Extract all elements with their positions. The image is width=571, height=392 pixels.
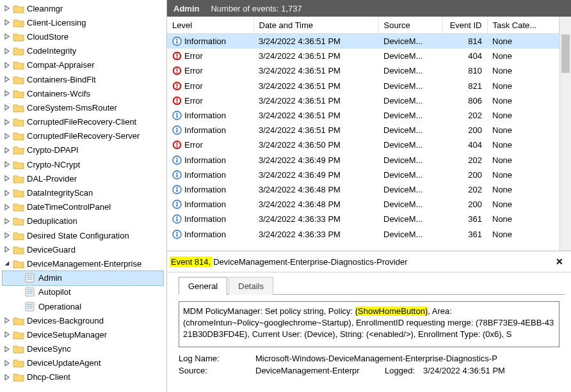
- chevron-right-icon[interactable]: [3, 359, 12, 368]
- tree-item-label: DeviceSync: [27, 344, 71, 354]
- tree-item[interactable]: Containers-Wcifs: [3, 86, 166, 100]
- tree-item[interactable]: CodeIntegrity: [3, 44, 166, 58]
- chevron-right-icon[interactable]: [3, 330, 12, 339]
- event-grid[interactable]: Level Date and Time Source Event ID Task…: [167, 17, 559, 251]
- tree-item[interactable]: DateTimeControlPanel: [3, 200, 166, 214]
- tab-details[interactable]: Details: [229, 277, 273, 295]
- event-row[interactable]: Information3/24/2022 4:36:33 PMDeviceM..…: [167, 226, 559, 241]
- chevron-right-icon[interactable]: [3, 345, 12, 354]
- event-task: None: [487, 108, 559, 123]
- event-level: Error: [184, 140, 203, 150]
- chevron-right-icon[interactable]: [3, 316, 12, 325]
- tree-item[interactable]: Desired State Configuration: [3, 228, 166, 242]
- tab-general[interactable]: General: [179, 277, 227, 295]
- tree-item[interactable]: DeviceSync: [3, 342, 166, 356]
- chevron-right-icon[interactable]: [3, 174, 12, 183]
- tree-item[interactable]: Containers-BindFlt: [3, 72, 166, 86]
- chevron-right-icon[interactable]: [3, 373, 12, 382]
- tree-item[interactable]: Client-Licensing: [3, 15, 166, 29]
- folder-icon: [13, 74, 24, 84]
- info-icon: [172, 170, 182, 180]
- chevron-right-icon[interactable]: [3, 217, 12, 226]
- tree-item[interactable]: Compat-Appraiser: [3, 58, 166, 72]
- chevron-right-icon[interactable]: [3, 245, 12, 254]
- folder-icon: [13, 344, 24, 354]
- folder-icon: [13, 31, 24, 42]
- tree-item[interactable]: DataIntegrityScan: [3, 185, 166, 200]
- tree-item[interactable]: Devices-Background: [3, 313, 166, 327]
- tree-item[interactable]: CoreSystem-SmsRouter: [3, 100, 166, 114]
- event-row[interactable]: Information3/24/2022 4:36:51 PMDeviceM..…: [167, 34, 559, 49]
- info-icon: [172, 230, 182, 239]
- col-source[interactable]: Source: [378, 17, 442, 34]
- event-date: 3/24/2022 4:36:51 PM: [253, 49, 378, 63]
- event-row[interactable]: Error3/24/2022 4:36:50 PMDeviceM...404No…: [167, 137, 559, 152]
- event-row[interactable]: Error3/24/2022 4:36:51 PMDeviceM...806No…: [167, 93, 559, 108]
- tree-item[interactable]: Admin: [2, 270, 164, 286]
- tree-item[interactable]: CorruptedFileRecovery-Server: [3, 129, 166, 143]
- col-task[interactable]: Task Cate...: [487, 17, 559, 34]
- event-row[interactable]: Information3/24/2022 4:36:49 PMDeviceM..…: [167, 168, 559, 182]
- scrollbar-thumb[interactable]: [561, 35, 570, 73]
- chevron-right-icon[interactable]: [3, 231, 12, 240]
- chevron-right-icon[interactable]: [3, 75, 12, 84]
- tree-item[interactable]: CloudStore: [3, 29, 166, 43]
- grid-header-row[interactable]: Level Date and Time Source Event ID Task…: [167, 17, 559, 34]
- tree-item-label: Devices-Background: [27, 316, 104, 325]
- chevron-right-icon[interactable]: [3, 132, 12, 141]
- log-tree[interactable]: CleanmgrClient-LicensingCloudStoreCodeIn…: [0, 0, 167, 392]
- event-task: None: [487, 137, 559, 152]
- event-source: DeviceM...: [378, 226, 442, 241]
- chevron-right-icon[interactable]: [3, 89, 12, 98]
- event-row[interactable]: Error3/24/2022 4:36:51 PMDeviceM...821No…: [167, 79, 559, 93]
- chevron-right-icon[interactable]: [3, 61, 12, 70]
- chevron-right-icon[interactable]: [3, 32, 12, 41]
- event-row[interactable]: Error3/24/2022 4:36:51 PMDeviceM...810No…: [167, 63, 559, 78]
- folder-icon: [13, 159, 24, 169]
- tree-item[interactable]: DeviceSetupManager: [3, 327, 166, 341]
- chevron-right-icon[interactable]: [3, 160, 12, 169]
- chevron-right-icon[interactable]: [3, 47, 12, 56]
- tree-item[interactable]: DeviceManagement-Enterprise: [3, 256, 166, 270]
- col-eventid[interactable]: Event ID: [442, 17, 487, 34]
- tree-item[interactable]: DeviceUpdateAgent: [3, 356, 166, 370]
- chevron-right-icon[interactable]: [3, 4, 12, 13]
- grid-scrollbar[interactable]: [559, 17, 571, 251]
- event-level: Information: [184, 111, 226, 120]
- chevron-right-icon[interactable]: [3, 203, 12, 212]
- event-row[interactable]: Information3/24/2022 4:36:49 PMDeviceM..…: [167, 153, 559, 168]
- event-task: None: [487, 123, 559, 137]
- event-task: None: [487, 63, 559, 78]
- chevron-right-icon[interactable]: [3, 18, 12, 27]
- event-row[interactable]: Information3/24/2022 4:36:33 PMDeviceM..…: [167, 212, 559, 226]
- tree-item[interactable]: DAL-Provider: [3, 171, 166, 185]
- event-task: None: [487, 226, 559, 241]
- chevron-down-icon[interactable]: [3, 259, 12, 268]
- tree-item[interactable]: CorruptedFileRecovery-Client: [3, 115, 166, 129]
- event-row[interactable]: Information3/24/2022 4:36:51 PMDeviceM..…: [167, 108, 559, 123]
- tree-item[interactable]: Autopilot: [3, 285, 166, 299]
- tree-item[interactable]: Deduplication: [3, 214, 166, 228]
- folder-icon: [13, 3, 24, 13]
- tree-spacer: [14, 274, 23, 283]
- tree-item-label: DeviceUpdateAgent: [27, 358, 101, 368]
- tree-item[interactable]: Crypto-NCrypt: [3, 157, 166, 171]
- close-icon[interactable]: ✕: [553, 256, 566, 267]
- chevron-right-icon[interactable]: [3, 103, 12, 112]
- col-level[interactable]: Level: [167, 17, 253, 34]
- tree-item[interactable]: Dhcp-Client: [3, 370, 166, 384]
- tree-item[interactable]: DeviceGuard: [3, 242, 166, 256]
- chevron-right-icon[interactable]: [3, 118, 12, 127]
- chevron-right-icon[interactable]: [3, 189, 12, 198]
- event-row[interactable]: Error3/24/2022 4:36:51 PMDeviceM...404No…: [167, 49, 559, 63]
- event-row[interactable]: Information3/24/2022 4:36:48 PMDeviceM..…: [167, 197, 559, 212]
- event-row[interactable]: Information3/24/2022 4:36:51 PMDeviceM..…: [167, 123, 559, 137]
- tree-item[interactable]: Operational: [3, 299, 166, 313]
- event-row[interactable]: Information3/24/2022 4:36:48 PMDeviceM..…: [167, 182, 559, 197]
- col-date[interactable]: Date and Time: [253, 17, 378, 34]
- tree-item[interactable]: Cleanmgr: [3, 1, 166, 15]
- event-level: Information: [184, 200, 226, 209]
- chevron-right-icon[interactable]: [3, 146, 12, 155]
- event-source: DeviceM...: [378, 63, 442, 78]
- tree-item[interactable]: Crypto-DPAPI: [3, 143, 166, 157]
